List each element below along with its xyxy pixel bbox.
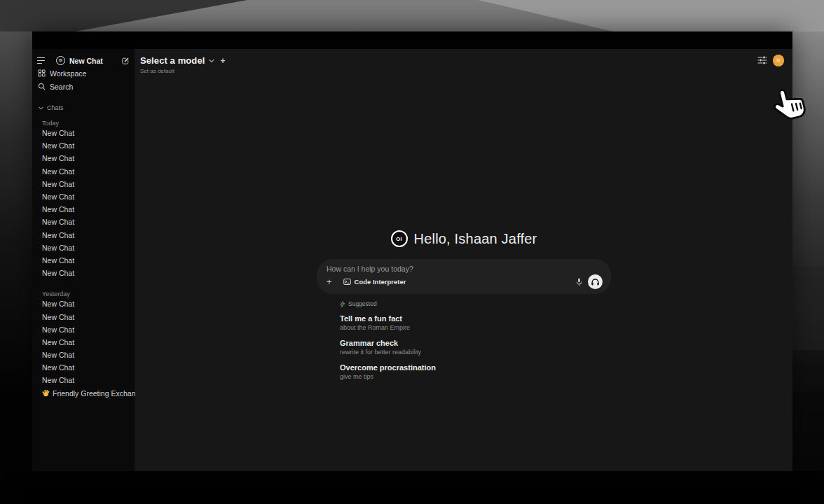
chevron-down-icon <box>209 59 214 63</box>
chat-groups: TodayNew ChatNew ChatNew ChatNew ChatNew… <box>32 117 135 387</box>
greeting-text: Hello, Ishaan Jaffer <box>414 231 537 247</box>
message-composer[interactable]: + Code Interpreter <box>317 259 611 294</box>
waving-hand-icon <box>42 389 50 397</box>
wallpaper-shape <box>792 392 824 471</box>
suggested-header: Suggested <box>340 300 611 307</box>
suggested-prompt-title: Overcome procrastination <box>340 363 611 372</box>
chat-list-item[interactable]: New Chat <box>37 165 130 178</box>
wallpaper-shape <box>0 31 32 471</box>
chat-group-label: Today <box>37 117 130 127</box>
wallpaper-shape <box>792 266 824 350</box>
chat-item-label: Friendly Greeting Exchange <box>53 389 144 398</box>
chat-list-item[interactable]: New Chat <box>37 229 130 241</box>
center-column: OI Hello, Ishaan Jaffer + Code Interpret… <box>317 230 611 381</box>
chat-list-item-named[interactable]: Friendly Greeting Exchange <box>32 387 135 400</box>
composer-right-actions <box>575 274 603 289</box>
sliders-icon <box>757 56 767 64</box>
chat-list-item[interactable]: New Chat <box>37 323 130 336</box>
suggested-prompt[interactable]: Tell me a fun factabout the Roman Empire <box>340 314 611 332</box>
terminal-icon <box>343 278 351 286</box>
suggested-prompt-title: Grammar check <box>340 338 611 348</box>
chat-list-item[interactable]: New Chat <box>37 203 130 216</box>
chat-list-item[interactable]: New Chat <box>37 139 130 152</box>
window-top-bar <box>32 31 792 49</box>
microphone-button[interactable] <box>575 277 583 287</box>
sidebar-toggle-icon[interactable] <box>37 57 47 64</box>
chat-list-item[interactable]: New Chat <box>37 310 130 323</box>
chat-list-item[interactable]: New Chat <box>37 127 130 139</box>
sidebar-item-label: Search <box>50 83 73 91</box>
suggested-prompt-subtitle: about the Roman Empire <box>340 323 611 332</box>
model-selector[interactable]: Select a model + <box>140 55 225 66</box>
sidebar-item-label: Workspace <box>50 69 86 78</box>
attach-button[interactable]: + <box>327 277 332 286</box>
chat-list-item[interactable]: New Chat <box>37 190 130 203</box>
suggested-label: Suggested <box>348 300 377 307</box>
message-input[interactable] <box>327 265 603 273</box>
composer-actions: + Code Interpreter <box>327 274 603 289</box>
search-icon <box>38 83 46 90</box>
chat-controls-button[interactable] <box>757 56 767 64</box>
chat-list-item[interactable]: New Chat <box>37 298 130 310</box>
chat-list-item[interactable]: New Chat <box>37 216 130 228</box>
chat-list-item[interactable]: New Chat <box>37 241 130 254</box>
chat-list-item[interactable]: New Chat <box>37 178 130 190</box>
grid-icon <box>38 69 46 77</box>
open-webui-window: OI New Chat Workspace <box>32 31 792 471</box>
suggested-prompt-subtitle: give me tips <box>340 372 611 381</box>
model-selector-label: Select a model <box>140 55 205 66</box>
sidebar-header: OI New Chat <box>32 55 135 66</box>
chat-list-item[interactable]: New Chat <box>37 152 130 164</box>
suggested-prompt[interactable]: Overcome procrastinationgive me tips <box>340 363 611 381</box>
bolt-icon <box>340 301 345 307</box>
microphone-icon <box>575 277 583 287</box>
set-as-default-link[interactable]: Set as default <box>140 68 225 74</box>
chat-list-item[interactable]: New Chat <box>37 374 130 386</box>
app-logo-icon: OI <box>56 56 65 65</box>
chat-list-item[interactable]: New Chat <box>37 361 130 374</box>
desktop: { "sidebar": { "header": { "title": "New… <box>0 0 824 504</box>
top-actions: IJ <box>757 55 785 66</box>
sidebar-item-workspace[interactable]: Workspace <box>32 66 135 80</box>
suggested-list: Tell me a fun factabout the Roman Empire… <box>340 314 611 381</box>
chats-section-label: Chats <box>47 104 64 111</box>
sidebar-item-search[interactable]: Search <box>32 80 135 93</box>
code-interpreter-toggle[interactable]: Code Interpreter <box>343 278 406 286</box>
greeting-row: OI Hello, Ishaan Jaffer <box>317 230 611 248</box>
pencil-square-icon <box>121 57 130 65</box>
suggested-section: Suggested Tell me a fun factabout the Ro… <box>317 300 611 381</box>
model-bar: Select a model + Set as default <box>140 55 225 74</box>
voice-call-button[interactable] <box>588 274 603 289</box>
suggested-prompt-subtitle: rewrite it for better readability <box>340 348 611 356</box>
chat-list-item[interactable]: New Chat <box>37 254 130 267</box>
chats-section-toggle[interactable]: Chats <box>32 101 135 115</box>
app-logo-icon: OI <box>391 230 408 247</box>
suggested-prompt-title: Tell me a fun fact <box>340 314 611 323</box>
new-chat-button[interactable] <box>121 57 130 65</box>
headphones-icon <box>591 277 600 286</box>
add-model-button[interactable]: + <box>220 56 225 66</box>
sidebar-title: New Chat <box>69 57 103 65</box>
sidebar: OI New Chat Workspace <box>32 49 135 471</box>
chevron-down-icon <box>39 106 43 110</box>
chat-list-item[interactable]: New Chat <box>37 336 130 349</box>
chat-list-item[interactable]: New Chat <box>37 349 130 361</box>
user-avatar[interactable]: IJ <box>773 55 785 66</box>
code-interpreter-label: Code Interpreter <box>355 278 406 286</box>
chat-list-item[interactable]: New Chat <box>37 267 130 279</box>
chat-group-label: Yesterday <box>37 288 130 298</box>
suggested-prompt[interactable]: Grammar checkrewrite it for better reada… <box>340 338 611 356</box>
main-panel: Select a model + Set as default <box>135 49 792 471</box>
